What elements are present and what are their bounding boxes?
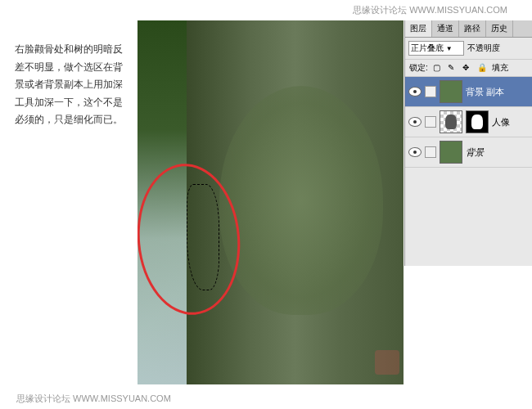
layer-row-portrait[interactable]: 人像 [405, 107, 532, 137]
visibility-icon[interactable] [408, 147, 422, 157]
header-watermark: 思缘设计论坛 WWW.MISSYUAN.COM [353, 4, 507, 16]
layer-thumbnail[interactable] [440, 110, 462, 133]
blend-controls: 正片叠底 ▼ 不透明度 [405, 38, 532, 60]
layers-panel: 图层 通道 路径 历史 正片叠底 ▼ 不透明度 锁定: ▢ ✎ ✥ 🔒 填充 背… [404, 20, 532, 266]
link-box[interactable] [425, 116, 436, 128]
tab-history[interactable]: 历史 [486, 20, 513, 37]
instruction-text: 右脸颧骨处和树的明暗反差不明显，做个选区在背景或者背景副本上用加深工具加深一下，… [15, 41, 129, 129]
layer-thumbnail[interactable] [440, 80, 462, 103]
layer-thumbnail[interactable] [440, 141, 462, 164]
lock-transparency-icon[interactable]: ▢ [433, 63, 443, 73]
chevron-down-icon: ▼ [446, 45, 453, 52]
lock-controls: 锁定: ▢ ✎ ✥ 🔒 填充 [405, 60, 532, 77]
watermark-stamp [375, 350, 399, 375]
lock-label: 锁定: [409, 62, 428, 74]
tab-layers[interactable]: 图层 [405, 20, 432, 37]
blend-mode-select[interactable]: 正片叠底 ▼ [408, 41, 464, 56]
forum-url: WWW.MISSYUAN.COM [409, 5, 507, 15]
forum-name: 思缘设计论坛 [353, 5, 407, 15]
layer-name: 背景 [466, 146, 529, 159]
lock-all-icon[interactable]: 🔒 [477, 63, 487, 73]
visibility-icon[interactable] [408, 87, 422, 97]
opacity-label: 不透明度 [467, 43, 500, 54]
fill-label: 填充 [492, 62, 508, 74]
face-overlay [219, 86, 383, 315]
layer-name: 背景 副本 [466, 86, 529, 98]
panel-tabs: 图层 通道 路径 历史 [405, 20, 532, 38]
link-box[interactable] [425, 146, 436, 158]
link-box[interactable] [425, 86, 436, 97]
lock-position-icon[interactable]: ✥ [462, 63, 472, 73]
tab-paths[interactable]: 路径 [459, 20, 486, 37]
forum-name: 思缘设计论坛 [16, 393, 70, 403]
layer-row-background[interactable]: 背景 [405, 137, 532, 168]
lock-pixels-icon[interactable]: ✎ [448, 63, 458, 73]
visibility-icon[interactable] [408, 117, 422, 127]
forum-url: WWW.MISSYUAN.COM [73, 393, 171, 403]
tab-channels[interactable]: 通道 [432, 20, 459, 37]
layer-row-bg-copy[interactable]: 背景 副本 [405, 77, 532, 107]
layer-name: 人像 [492, 116, 529, 128]
footer-watermark: 思缘设计论坛 WWW.MISSYUAN.COM [16, 393, 171, 405]
layer-mask-thumbnail[interactable] [466, 110, 489, 133]
canvas-image[interactable] [138, 20, 404, 384]
